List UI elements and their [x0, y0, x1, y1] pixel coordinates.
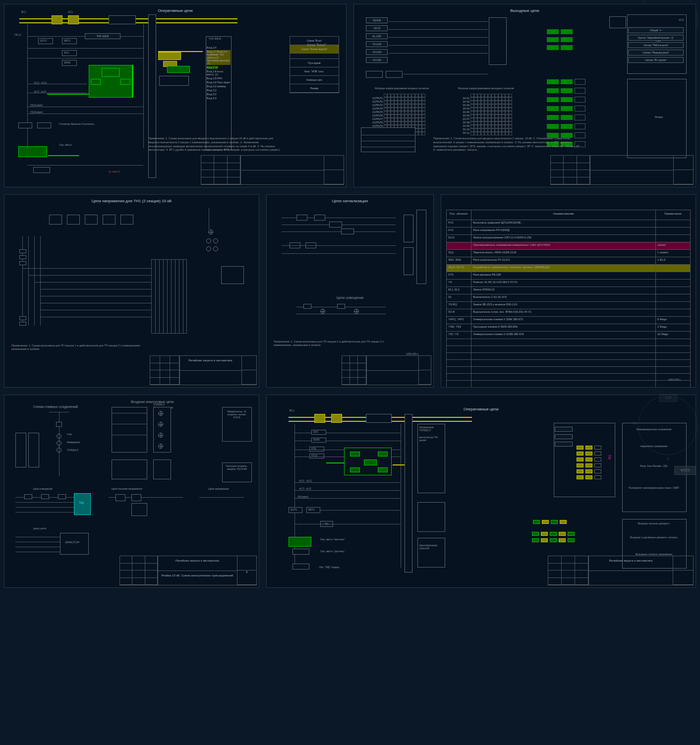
lbl-hl: Отключен Включен Отключить [59, 122, 94, 125]
io-3: Вход 2.8 во-кл. местн. (1) [207, 70, 231, 76]
legend-5: Команда пуск [290, 76, 339, 84]
tb6-n: 6 [237, 571, 256, 585]
s6-h1: Схема главных соединений [33, 405, 78, 408]
parts-row: SO-8Выключатель путев. мгн. ВПК6-01Б,301… [446, 309, 691, 317]
s7-sbtc: SBTC [308, 508, 315, 511]
sheet4-notes: Примечания: 1. Схема выполнена для ТН се… [274, 340, 403, 347]
lt-5: Сигнал "Реакции реле" [628, 50, 684, 56]
sheet1-title: Оперативные цепи [4, 8, 346, 13]
titleblock-s3: Релейная защита и автоматика. [150, 355, 256, 385]
bg2: Входные и удалённые дискретн. сигналы [627, 536, 681, 539]
parts-row: KT3Реле времени РВ-238 [446, 272, 691, 280]
s7-kcc: KCC - KCC [299, 479, 312, 482]
sheet5-ref: 1053.020-с [668, 378, 681, 381]
parts-row: Преобразователь напряжения измерительн. … [446, 242, 691, 250]
sheet2-notes: Примечания: 1. Схема выполнена для вводн… [433, 137, 582, 152]
bg1: Входные сигналы дискретн. [627, 522, 681, 525]
s7-mh: Нач. "МД" подвод. [319, 566, 340, 569]
wcs-button[interactable]: WCS [674, 466, 696, 475]
sec3: Цепи напряжения [208, 487, 229, 490]
sheet3-title: Цепи напряжения для ТН1 (2 секция) 10 кВ [4, 199, 259, 203]
sig-1: YS/YS [366, 25, 388, 31]
titleblock-s2 [550, 155, 694, 185]
parts-row: YS-RQЗажим ЗВ-15/3 к зеленом R30-11/3 [446, 302, 691, 309]
io-7: Вход 3.3 [207, 89, 217, 92]
th-c3: Примечания [656, 210, 691, 220]
sheet3-notes: Примечания: 1. Схема выполнена для ТН се… [11, 344, 140, 351]
io-2: Вход 2.18 [207, 66, 218, 69]
sig-4: YS-1/04 [366, 49, 388, 55]
s7-sq: (SQофис) [297, 495, 309, 498]
mtx1-title: Матрица конфигурирования входных сигнало… [375, 87, 429, 90]
io-5: Вход 2.6 Пуск защит [207, 81, 230, 84]
matrix-outputs: DO-01DO-02DO-03DO-04DO-05DO-06DO-07DO-08… [451, 94, 512, 135]
sheet-voltage-circuits-vt: Цепи напряжения для ТН1 (2 секция) 10 кВ… [4, 194, 259, 388]
sheet2-title: Выходные цепи [354, 8, 696, 13]
parts-row: YS7, YSУниверсальная клемма K.5/280 280-… [446, 332, 691, 339]
parts-table: Поз. обознач. Наименование Примечания PV… [446, 210, 691, 388]
tb6-t2: Ячейка 10 кВ. Схема электрических присое… [158, 571, 237, 585]
io-8: Вход 5.2 [207, 93, 217, 96]
sheet-main-analog: Схема главных соединений Входные аналого… [4, 395, 259, 588]
sig-5: YS-1/02 [366, 57, 388, 63]
s7-bc1: BC1 [290, 409, 294, 412]
lbl-meas: Измерения [67, 441, 80, 444]
io-1: Вход 2.7 Вход 2.4 Комбинир. Тип работы (… [207, 50, 231, 65]
sec2: Цепи питания напряжения [112, 487, 142, 490]
sec4: Цепи учёта [33, 527, 46, 530]
io-4: Вход 2.9 РРО [207, 77, 223, 80]
s7-sac: SAC [313, 430, 318, 433]
lt-0: AC3 [679, 18, 684, 21]
sheet4-title2: Цепи освещения [267, 296, 434, 299]
lbl-sq2: (SQ2офис) [30, 111, 43, 114]
titleblock-s7: Релейная защита и автоматика [548, 556, 694, 585]
sl2: Реле, Конт.Релейн. СВ1 [627, 464, 681, 467]
lbl-kct: KCT - KCT [34, 90, 46, 93]
parts-row: KV1Реле напряжения РН-53/60Д [446, 228, 691, 235]
tb3-t1: Релейная защита и автоматика. [180, 356, 241, 371]
lbl-tor: ТОР200-Л [67, 449, 78, 452]
parts-row: SQ-R, R1-Х1Устройство ш. измерительн. си… [446, 265, 691, 272]
lbl-ssn: SSN5 [64, 61, 70, 64]
lbl-ctrl2: Опр. место [59, 143, 72, 146]
legend-6: Резерв [290, 84, 339, 93]
lt-3: Группа "Аварийный выключ. Q" [628, 35, 684, 41]
parts-row: YSM, YSSПроходная клемма K.5MM 280-8361 … [446, 324, 691, 332]
io-9: Вход 5.3 [207, 97, 217, 100]
sl0: Информационное сопряжение [627, 428, 681, 431]
legend-block-name: Блок "Блок" [307, 43, 326, 47]
green-io-stack [547, 29, 601, 50]
parts-row: EL1, EL2Лампа XRS56-22 [446, 287, 691, 294]
s7-sotc: SOTC [291, 508, 297, 511]
sl3: Положение трансформаторных выкл. СВВТ [627, 486, 681, 489]
sheet-signal-light-circuits: Цепи сигнализации Цепи освещения Примеча… [266, 194, 434, 388]
tb6-t1: Релейная защита и автоматика. [158, 556, 237, 571]
legend-3: Пуск архив [290, 59, 339, 67]
io-6: Вход 3.2 команд. [207, 85, 226, 88]
lbl-tm: TM [79, 501, 84, 505]
lbl-amp: АРМСТОР [65, 541, 79, 544]
parts-row: PV1Вольтметр цифровой ЩП120/К/220/В/… [446, 220, 691, 228]
legend-2 [290, 54, 339, 59]
th-c1: Поз. обознач. [447, 210, 471, 220]
titleblock-s1 [201, 155, 344, 185]
lbl-sbtc: SBTC [64, 39, 70, 42]
sig-3: YS-1/03 [366, 41, 388, 47]
lbl-bc1: BC1 [21, 10, 26, 13]
sig-2: KL-1/02 [366, 33, 388, 39]
parts-row: YSРозетка: 61 R6 15-1/03 381/Y KVYA [446, 280, 691, 287]
titleblock-s4 [342, 355, 432, 385]
io-0: Вход 2.4 [207, 46, 217, 49]
lt-6: Сигнал "Вт группа" [628, 57, 684, 63]
parts-row: S1Выключатель C-61-16.2VS [446, 294, 691, 302]
sheet-operational-circuits-1: Оперативные цепи BC1 AC1 ОК,11 SOTC SBTC… [4, 4, 347, 187]
sheets-grid: Оперативные цепи BC1 AC1 ОК,11 SOTC SBTC… [4, 4, 696, 588]
lbl-ty: Учёт [67, 433, 72, 436]
lm9: Цепи фиксации событий [419, 544, 443, 550]
lbl-sotc: SOTC [40, 39, 47, 42]
lbl-kcc: KCC - KCC [34, 81, 47, 84]
lbl-sac: SAC [64, 51, 69, 54]
lbl-ac1: AC1 [68, 10, 73, 13]
parts-row: SM1, SM2Реле указательное РУ-21/2,51 Ф2,… [446, 257, 691, 265]
sheet-parts-list: Поз. обознач. Наименование Примечания PV… [441, 194, 696, 388]
